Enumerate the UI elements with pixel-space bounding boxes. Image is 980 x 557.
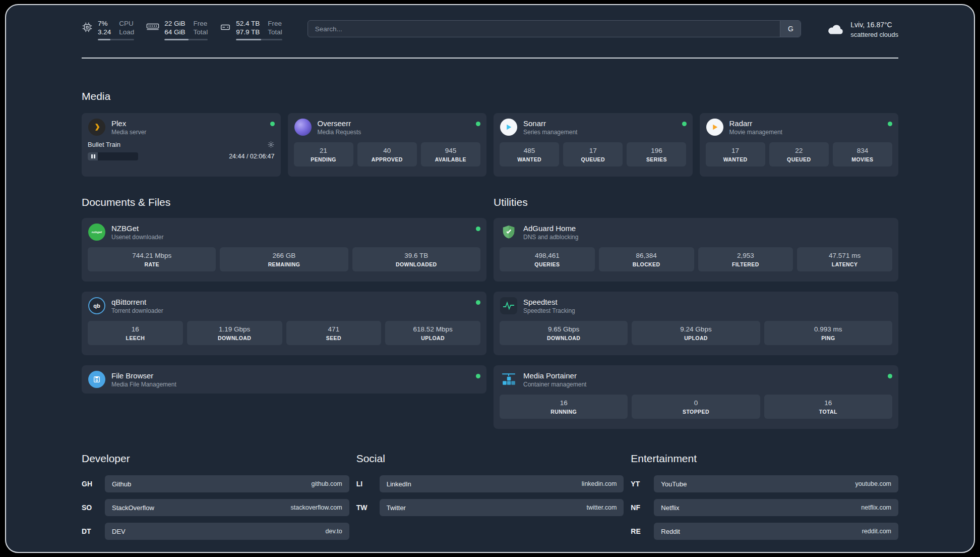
section-title-entertainment: Entertainment	[631, 452, 898, 465]
stat-remaining: 266 GB REMAINING	[220, 247, 348, 271]
disk-free-label: Free	[268, 19, 282, 28]
disk-widget: 52.4 TB 97.9 TB Free Total	[220, 19, 282, 40]
service-subtitle: Speedtest Tracking	[523, 307, 575, 315]
bookmark-dev: DT DEV dev.to	[82, 523, 349, 540]
bookmark-abbr: NF	[631, 504, 654, 512]
adguard-icon	[500, 223, 518, 241]
status-dot	[682, 122, 687, 126]
stat-blocked: 86,384 BLOCKED	[599, 247, 694, 271]
topbar-divider	[82, 58, 898, 59]
search-provider-button[interactable]: G	[780, 21, 801, 37]
bookmark-abbr: RE	[631, 527, 654, 535]
service-subtitle: DNS and adblocking	[523, 234, 578, 241]
bookmark-link-netflix[interactable]: Netflix netflix.com	[654, 499, 898, 516]
stat-seed: 471 SEED	[286, 321, 382, 345]
bookmark-link-linkedin[interactable]: LinkedIn linkedin.com	[380, 475, 624, 492]
service-card-speedtest[interactable]: Speedtest Speedtest Tracking 9.65 Gbps D…	[494, 292, 898, 355]
stat-stopped: 0 STOPPED	[632, 395, 760, 419]
stat-filtered: 2,953 FILTERED	[698, 247, 793, 271]
bookmark-link-twitter[interactable]: Twitter twitter.com	[380, 499, 624, 516]
memory-total: 64 GiB	[164, 28, 185, 36]
service-card-filebrowser[interactable]: File Browser Media File Management	[82, 365, 486, 394]
search-input[interactable]	[308, 21, 780, 37]
weather-widget: Lviv, 16.87°C scattered clouds	[826, 20, 898, 39]
cpu-widget: 7% 3.24 CPU Load	[82, 19, 134, 40]
stat-download: 1.19 Gbps DOWNLOAD	[187, 321, 282, 345]
cpu-label: CPU	[119, 19, 134, 28]
service-name: AdGuard Home	[523, 224, 578, 233]
disk-icon	[220, 22, 231, 40]
service-subtitle: Torrent downloader	[111, 307, 163, 315]
bookmarks-developer: Developer GH Github github.com SO StackO…	[82, 452, 349, 546]
stat-queued: 22 QUEUED	[769, 142, 829, 166]
service-card-adguard[interactable]: AdGuard Home DNS and adblocking 498,461 …	[494, 218, 898, 282]
sonarr-icon	[500, 118, 518, 136]
section-title-media: Media	[82, 90, 898, 103]
memory-total-label: Total	[194, 28, 208, 36]
stat-downloaded: 39.6 TB DOWNLOADED	[352, 247, 480, 271]
status-dot	[888, 122, 892, 126]
stat-latency: 47.571 ms LATENCY	[797, 247, 892, 271]
service-name: File Browser	[111, 371, 176, 380]
bookmark-abbr: DT	[82, 527, 105, 535]
pause-icon[interactable]	[91, 152, 95, 160]
weather-location: Lviv, 16.87°C	[850, 20, 898, 30]
bookmarks-social: Social LI LinkedIn linkedin.com TW Twitt…	[356, 452, 624, 546]
overseerr-icon	[294, 118, 312, 136]
cpu-percent: 7%	[98, 19, 111, 28]
utilities-column: Utilities AdGuard Home	[494, 177, 898, 429]
service-subtitle: Series management	[523, 129, 577, 136]
stat-available: 945 AVAILABLE	[421, 142, 480, 166]
stat-approved: 40 APPROVED	[357, 142, 417, 166]
nzbget-icon: nzbget	[88, 223, 106, 241]
bookmark-youtube: YT YouTube youtube.com	[631, 475, 898, 492]
service-name: qBittorrent	[111, 297, 163, 307]
disk-total-label: Total	[268, 28, 282, 36]
stat-queries: 498,461 QUERIES	[500, 247, 595, 271]
service-card-overseerr[interactable]: Overseerr Media Requests 21 PENDING 40 A…	[288, 113, 487, 177]
stat-total: 16 TOTAL	[764, 395, 892, 419]
service-name: Sonarr	[523, 119, 577, 128]
status-dot	[270, 122, 275, 126]
bookmark-abbr: TW	[356, 504, 380, 512]
bookmark-abbr: LI	[356, 480, 380, 488]
service-card-nzbget[interactable]: nzbget NZBGet Usenet downloader 744.21 M…	[82, 218, 486, 282]
stat-download: 9.65 Gbps DOWNLOAD	[500, 321, 628, 345]
bookmarks-entertainment: Entertainment YT YouTube youtube.com NF …	[631, 452, 898, 546]
filebrowser-icon	[88, 370, 106, 388]
memory-widget: 22 GiB 64 GiB Free Total	[146, 19, 208, 40]
stat-wanted: 17 WANTED	[706, 142, 765, 166]
memory-bar	[164, 39, 208, 40]
service-card-portainer[interactable]: Media Portainer Container management 16 …	[494, 365, 898, 429]
bookmark-link-github[interactable]: Github github.com	[105, 475, 349, 492]
bookmark-link-youtube[interactable]: YouTube youtube.com	[654, 475, 898, 492]
service-subtitle: Usenet downloader	[111, 234, 163, 241]
service-subtitle: Movie management	[729, 129, 782, 136]
bookmark-link-dev[interactable]: DEV dev.to	[105, 523, 349, 540]
gear-icon[interactable]	[267, 141, 275, 148]
stat-upload: 9.24 Gbps UPLOAD	[632, 321, 760, 345]
status-dot	[888, 374, 892, 378]
search-bar: G	[308, 20, 802, 37]
media-grid: Plex Media server Bullet Train	[82, 113, 898, 177]
service-subtitle: Media server	[111, 129, 146, 136]
topbar: 7% 3.24 CPU Load	[6, 5, 974, 40]
service-card-sonarr[interactable]: Sonarr Series management 485 WANTED 17 Q…	[494, 113, 693, 177]
service-card-radarr[interactable]: Radarr Movie management 17 WANTED 22 QUE…	[700, 113, 899, 177]
bookmark-link-reddit[interactable]: Reddit reddit.com	[654, 523, 898, 540]
portainer-icon	[500, 370, 518, 388]
stat-leech: 16 LEECH	[88, 321, 183, 345]
service-card-qbittorrent[interactable]: qb qBittorrent Torrent downloader 16 LEE…	[82, 292, 486, 355]
service-subtitle: Media Requests	[318, 129, 361, 136]
stat-rate: 744.21 Mbps RATE	[88, 247, 216, 271]
playback-progress-bar[interactable]	[88, 152, 138, 160]
stat-series: 196 SERIES	[627, 142, 686, 166]
now-playing-title: Bullet Train	[88, 141, 120, 148]
radarr-icon	[706, 118, 724, 136]
status-dot	[476, 122, 480, 126]
stat-ping: 0.993 ms PING	[764, 321, 892, 345]
service-card-plex[interactable]: Plex Media server Bullet Train	[82, 113, 281, 177]
stat-running: 16 RUNNING	[500, 395, 628, 419]
service-subtitle: Media File Management	[111, 381, 176, 388]
bookmark-link-stackoverflow[interactable]: StackOverflow stackoverflow.com	[105, 499, 349, 516]
